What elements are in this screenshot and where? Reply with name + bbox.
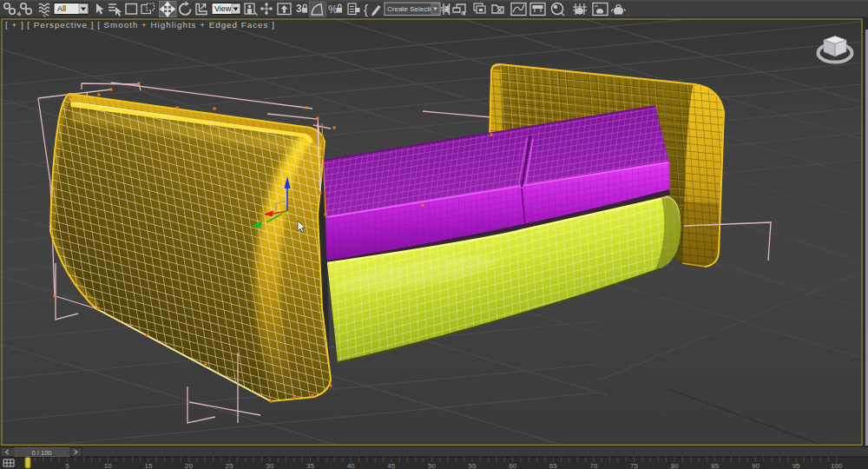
svg-text:70: 70 (589, 462, 597, 469)
svg-text:100: 100 (831, 462, 843, 469)
svg-text:85: 85 (711, 462, 719, 469)
svg-text:5: 5 (65, 462, 69, 469)
svg-text:View: View (214, 4, 232, 13)
svg-text:80: 80 (671, 462, 679, 469)
svg-text:,: , (628, 10, 629, 17)
svg-text:10: 10 (104, 462, 112, 469)
svg-text:95: 95 (792, 462, 800, 469)
svg-text:All: All (57, 4, 66, 13)
svg-text:60: 60 (509, 462, 516, 469)
svg-text:Create Selection Se: Create Selection Se (387, 5, 450, 13)
svg-text:45: 45 (387, 462, 395, 469)
svg-text:15: 15 (144, 462, 152, 469)
svg-text:20: 20 (185, 462, 193, 469)
svg-text:40: 40 (347, 462, 355, 469)
svg-text:35: 35 (306, 462, 314, 469)
svg-text:0 / 100: 0 / 100 (31, 449, 51, 457)
svg-text:25: 25 (226, 462, 233, 469)
svg-text:30: 30 (266, 462, 273, 469)
svg-text:55: 55 (469, 462, 477, 469)
svg-text:3: 3 (296, 3, 302, 15)
svg-text:%: % (328, 3, 338, 16)
svg-text:65: 65 (549, 462, 557, 469)
svg-text:90: 90 (752, 462, 760, 469)
svg-text:[ + ] [ Perspective ] [ Smooth: [ + ] [ Perspective ] [ Smooth + Highlig… (5, 20, 275, 30)
svg-text:50: 50 (428, 462, 436, 469)
svg-text:75: 75 (630, 462, 638, 469)
svg-text:{: { (364, 2, 368, 17)
